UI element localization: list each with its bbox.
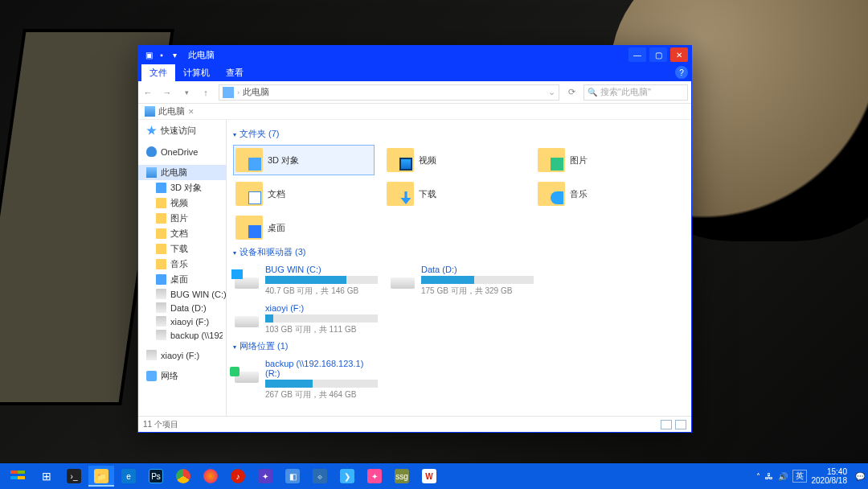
drive-icon [156,316,166,327]
status-bar: 11 个项目 [138,416,691,432]
app-unknown-1[interactable]: ✦ [252,466,278,487]
tray-chevron-icon[interactable]: ˄ [756,472,760,481]
drive-c[interactable]: BUG WIN (C:) 40.7 GB 可用，共 146 GB [233,263,379,298]
sidebar-item-videos[interactable]: 视频 [138,195,226,211]
breadcrumb[interactable]: 此电脑 [243,86,269,98]
sidebar-item-onedrive[interactable]: OneDrive [138,145,226,158]
network-icon [146,371,157,381]
group-network[interactable]: 网络位置 (1) [233,340,686,352]
nav-up-button[interactable]: ↑ [196,88,215,97]
network-drive-r[interactable]: backup (\\192.168.123.1) (R:) 267 GB 可用，… [233,357,379,402]
tab-strip: 此电脑 ✕ [138,104,691,120]
ime-indicator[interactable]: 英 [792,470,807,483]
task-view-button[interactable]: ⊞ [34,466,59,487]
nav-back-button[interactable]: ← [138,88,158,97]
cloud-icon [146,146,157,157]
nav-history-button[interactable]: ▾ [177,88,196,97]
sidebar-item-this-pc[interactable]: 此电脑 [138,165,226,180]
sidebar-item-quick-access[interactable]: 快速访问 [138,123,226,138]
app-edge[interactable]: e [116,466,141,487]
sidebar-item-drive-r[interactable]: backup (\\192.168.123.1) (R:) [138,328,226,342]
app-icon: ▣ [143,49,154,60]
drive-f[interactable]: xiaoyi (F:) 103 GB 可用，共 111 GB [233,302,379,337]
group-folders[interactable]: 文件夹 (7) [233,128,686,140]
app-wps[interactable]: W [416,466,442,487]
folder-desktop[interactable]: 桌面 [233,212,375,243]
tab-computer[interactable]: 计算机 [175,64,218,81]
drive-icon [156,330,166,340]
sidebar-item-drive-d[interactable]: Data (D:) [138,301,226,314]
sidebar-item-network[interactable]: 网络 [138,368,226,384]
nav-tree: 快速访问 OneDrive 此电脑 3D 对象 视频 图片 文档 下载 音乐 桌… [138,120,227,416]
tray: ˄ 🖧 🔊 英 15:40 2020/8/18 💬 [756,467,866,485]
explorer-window: ▣ ▪ ▾ 此电脑 — ▢ ✕ 文件 计算机 查看 ? ← → ▾ ↑ › 此电… [137,45,692,433]
usage-bar [265,314,378,323]
app-unknown-3[interactable]: ⟐ [307,466,333,487]
qat-icon-2[interactable]: ▾ [169,49,180,60]
tab-this-pc[interactable]: 此电脑 [158,105,185,117]
help-button[interactable]: ? [675,66,688,79]
folder-downloads[interactable]: 下载 [384,179,526,209]
app-unknown-5[interactable]: ✦ [362,466,387,487]
action-center-icon[interactable]: 💬 [855,472,865,481]
content-pane: 文件夹 (7) 3D 对象 视频 图片 文档 下载 音乐 桌面 设备和驱动器 (… [227,120,691,416]
window-title: 此电脑 [185,49,625,61]
app-explorer[interactable]: 📁 [88,466,114,487]
sidebar-item-pictures[interactable]: 图片 [138,211,226,226]
sidebar-item-documents[interactable]: 文档 [138,226,226,241]
sidebar-item-drive-c[interactable]: BUG WIN (C:) [138,287,226,301]
tray-volume-icon[interactable]: 🔊 [778,472,788,481]
close-button[interactable]: ✕ [670,47,688,62]
start-button[interactable] [3,466,32,487]
app-unknown-2[interactable]: ◧ [280,466,305,487]
folder-videos[interactable]: 视频 [384,145,526,175]
address-bar[interactable]: › 此电脑 ⌄ [219,84,559,101]
usage-bar [265,276,378,284]
folder-music[interactable]: 音乐 [535,179,677,209]
app-unknown-6[interactable]: ssg [389,466,415,487]
drive-d[interactable]: Data (D:) 175 GB 可用，共 329 GB [389,263,535,298]
refresh-button[interactable]: ⟳ [563,87,580,97]
nav-forward-button[interactable]: → [158,88,177,97]
sidebar-item-3d-objects[interactable]: 3D 对象 [138,180,226,195]
app-terminal[interactable]: ›_ [61,466,87,487]
sidebar-item-drive-f[interactable]: xiaoyi (F:) [138,314,226,328]
drive-icon [391,265,415,289]
folder-icon [156,228,166,239]
folder-3d-objects[interactable]: 3D 对象 [233,145,375,175]
pc-icon [146,167,157,178]
folder-pictures[interactable]: 图片 [535,145,677,175]
minimize-button[interactable]: — [628,47,646,62]
app-photoshop[interactable]: Ps [143,466,169,487]
sidebar-item-music[interactable]: 音乐 [138,257,226,272]
qat-icon-1[interactable]: ▪ [156,49,167,60]
group-drives[interactable]: 设备和驱动器 (3) [233,246,686,258]
app-chrome[interactable] [170,466,196,487]
folder-icon [156,198,166,208]
sidebar-item-desktop[interactable]: 桌面 [138,272,226,287]
tab-file[interactable]: 文件 [141,64,175,81]
maximize-button[interactable]: ▢ [649,47,667,62]
folder-icon [156,274,166,285]
tray-network-icon[interactable]: 🖧 [765,472,773,481]
view-large-icon[interactable] [675,420,686,429]
drive-icon [235,303,259,327]
app-firefox[interactable] [198,466,223,487]
title-bar[interactable]: ▣ ▪ ▾ 此电脑 — ▢ ✕ [138,46,691,64]
sidebar-item-downloads[interactable]: 下载 [138,241,226,257]
chevron-right-icon: › [237,88,240,97]
view-details-icon[interactable] [661,420,672,429]
clock[interactable]: 15:40 2020/8/18 [812,467,851,485]
chevron-down-icon[interactable]: ⌄ [548,87,555,97]
pc-icon [223,87,234,98]
search-input[interactable]: 🔍 搜索"此电脑" [583,84,688,101]
app-netease-music[interactable]: ♪ [225,466,251,487]
item-count: 11 个项目 [143,419,178,430]
folder-icon [156,183,166,193]
folder-documents[interactable]: 文档 [233,179,375,209]
app-unknown-4[interactable]: ❯ [334,466,360,487]
tab-close-icon[interactable]: ✕ [188,108,194,116]
sidebar-item-xiaoyi-f[interactable]: xiaoyi (F:) [138,348,226,362]
usage-bar [421,276,534,284]
tab-view[interactable]: 查看 [218,64,252,81]
